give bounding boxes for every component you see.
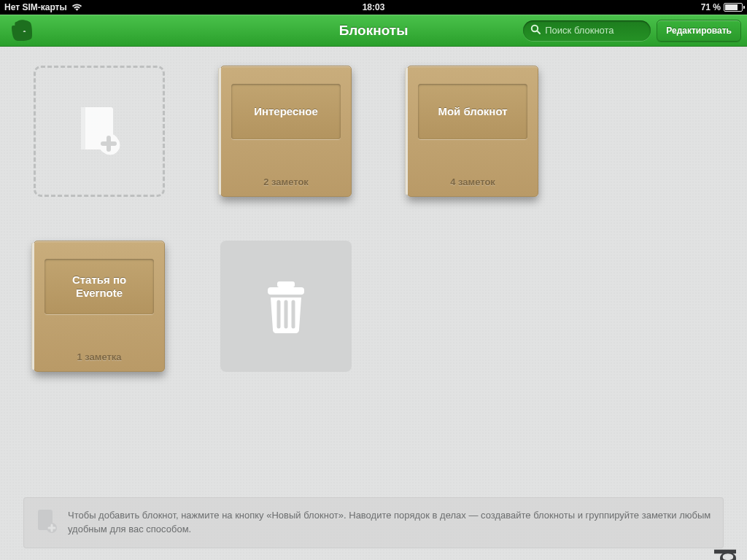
notebook-title-plate: Статья по Evernote [44,259,154,314]
search-field[interactable] [523,20,651,41]
notebook-title: Интересное [254,105,318,118]
search-input[interactable] [545,25,667,36]
nav-bar: Блокноты Редактировать [0,15,747,47]
svg-rect-13 [268,287,304,295]
notebook-title: Статья по Evernote [50,273,148,300]
clock-label: 18:03 [363,2,385,12]
notebooks-grid-area: Интересное 2 заметок Мой блокнот 4 замет… [0,47,747,560]
battery-percent-label: 71 % [701,2,721,12]
trash-button[interactable] [220,241,352,372]
notebook-title-plate: Мой блокнот [418,84,527,139]
edit-button[interactable]: Редактировать [657,20,741,42]
ios-status-bar: Нет SIM-карты 18:03 71 % [0,0,747,15]
battery-icon [724,3,743,12]
notebook-item[interactable]: Статья по Evernote 1 заметка [34,241,165,372]
new-notebook-button[interactable] [34,66,165,197]
watermark-text: iLand [710,548,743,560]
notebook-add-icon [71,103,128,160]
notebook-item[interactable]: Интересное 2 заметок [220,66,352,197]
watermark: iLand [710,548,743,560]
notebook-add-hint-icon [36,508,58,537]
trash-icon [260,277,311,335]
notebook-count: 2 заметок [221,176,351,187]
notebook-item[interactable]: Мой блокнот 4 заметок [407,66,538,197]
carrier-label: Нет SIM-карты [4,2,67,12]
page-title: Блокноты [339,23,409,39]
svg-rect-8 [81,107,85,149]
edit-button-label: Редактировать [666,26,732,36]
wifi-icon [71,3,82,12]
svg-line-1 [537,31,540,34]
notebook-count: 1 заметка [34,351,164,362]
notebook-title-plate: Интересное [231,84,341,139]
svg-rect-12 [277,281,295,287]
notebook-count: 4 заметок [408,176,538,187]
search-icon [530,24,541,37]
hint-bar: Чтобы добавить блокнот, нажмите на кнопк… [23,497,724,548]
notebook-title: Мой блокнот [438,105,507,118]
evernote-logo-icon[interactable] [6,15,38,47]
hint-text: Чтобы добавить блокнот, нажмите на кнопк… [68,509,711,537]
